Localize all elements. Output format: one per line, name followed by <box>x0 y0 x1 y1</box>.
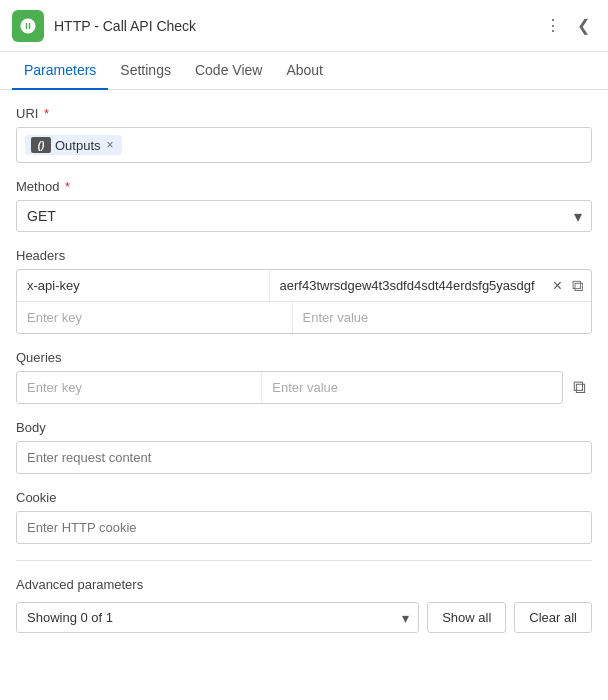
headers-label: Headers <box>16 248 592 263</box>
uri-input[interactable]: () Outputs × <box>16 127 592 163</box>
advanced-select-wrapper: Showing 0 of 1 ▾ <box>16 602 419 633</box>
header-key-placeholder[interactable]: Enter key <box>17 302 293 333</box>
header-key-1[interactable]: x-api-key <box>17 270 270 301</box>
queries-field-group: Queries Enter key Enter value ⧉ <box>16 350 592 404</box>
clear-all-button[interactable]: Clear all <box>514 602 592 633</box>
tab-bar: Parameters Settings Code View About <box>0 52 608 90</box>
http-icon <box>12 10 44 42</box>
close-button[interactable]: ❮ <box>571 12 596 39</box>
header-delete-icon[interactable]: × <box>549 273 566 299</box>
method-label: Method * <box>16 179 592 194</box>
query-copy-icon[interactable]: ⧉ <box>567 373 592 402</box>
queries-table-outer: Enter key Enter value ⧉ <box>16 371 592 404</box>
advanced-parameters-group: Advanced parameters Showing 0 of 1 ▾ Sho… <box>16 577 592 633</box>
body-input[interactable] <box>16 441 592 474</box>
page-title: HTTP - Call API Check <box>54 18 539 34</box>
header: HTTP - Call API Check ⋮ ❮ <box>0 0 608 52</box>
queries-table: Enter key Enter value <box>16 371 563 404</box>
method-select-wrapper: GET POST PUT PATCH DELETE HEAD OPTIONS ▾ <box>16 200 592 232</box>
query-key-placeholder[interactable]: Enter key <box>17 372 262 403</box>
tab-parameters[interactable]: Parameters <box>12 52 108 90</box>
tag-close-button[interactable]: × <box>105 138 116 152</box>
uri-required: * <box>40 106 49 121</box>
headers-field-group: Headers x-api-key aerf43twrsdgew4t3sdfd4… <box>16 248 592 334</box>
header-row-2: Enter key Enter value <box>17 302 591 333</box>
queries-label: Queries <box>16 350 592 365</box>
advanced-row: Showing 0 of 1 ▾ Show all Clear all <box>16 602 592 633</box>
header-row-1-actions: × ⧉ <box>545 270 591 301</box>
cookie-input[interactable] <box>16 511 592 544</box>
header-value-1[interactable]: aerf43twrsdgew4t3sdfd4sdt44erdsfg5yasdgf <box>270 270 545 301</box>
body-field-group: Body <box>16 420 592 474</box>
body-label: Body <box>16 420 592 435</box>
headers-table: x-api-key aerf43twrsdgew4t3sdfd4sdt44erd… <box>16 269 592 334</box>
tab-about[interactable]: About <box>274 52 335 90</box>
query-value-placeholder[interactable]: Enter value <box>262 372 562 403</box>
tab-settings[interactable]: Settings <box>108 52 183 90</box>
advanced-select[interactable]: Showing 0 of 1 <box>16 602 419 633</box>
header-copy-icon[interactable]: ⧉ <box>568 273 587 299</box>
tag-text: Outputs <box>55 138 101 153</box>
more-options-button[interactable]: ⋮ <box>539 12 567 39</box>
method-select[interactable]: GET POST PUT PATCH DELETE HEAD OPTIONS <box>16 200 592 232</box>
headers-table-outer: x-api-key aerf43twrsdgew4t3sdfd4sdt44erd… <box>16 269 592 334</box>
uri-field-group: URI * () Outputs × <box>16 106 592 163</box>
advanced-label: Advanced parameters <box>16 577 592 592</box>
header-actions: ⋮ ❮ <box>539 12 596 39</box>
tab-code-view[interactable]: Code View <box>183 52 274 90</box>
expression-icon: () <box>31 137 51 153</box>
header-row-1: x-api-key aerf43twrsdgew4t3sdfd4sdt44erd… <box>17 270 591 302</box>
query-row-1: Enter key Enter value <box>17 372 562 403</box>
http-svg <box>19 17 37 35</box>
outputs-tag: () Outputs × <box>25 135 122 155</box>
content-area: URI * () Outputs × Method * GET POST PUT… <box>0 90 608 665</box>
uri-label: URI * <box>16 106 592 121</box>
cookie-field-group: Cookie <box>16 490 592 544</box>
header-value-placeholder[interactable]: Enter value <box>293 302 591 333</box>
show-all-button[interactable]: Show all <box>427 602 506 633</box>
cookie-label: Cookie <box>16 490 592 505</box>
method-field-group: Method * GET POST PUT PATCH DELETE HEAD … <box>16 179 592 232</box>
method-required: * <box>61 179 70 194</box>
divider <box>16 560 592 561</box>
